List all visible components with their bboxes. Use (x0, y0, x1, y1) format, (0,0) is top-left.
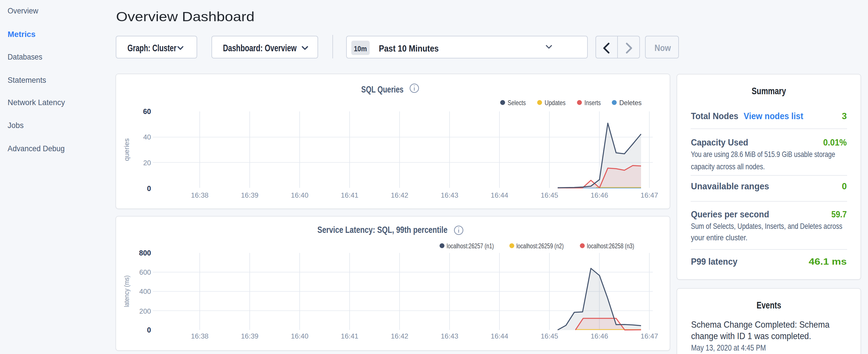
svg-text:40: 40 (143, 133, 151, 141)
svg-text:localhost:26257 (n1): localhost:26257 (n1) (446, 242, 494, 250)
svg-text:16:38: 16:38 (191, 191, 208, 199)
svg-text:change with ID 1 was completed: change with ID 1 was completed. (691, 331, 811, 341)
svg-text:16:46: 16:46 (591, 332, 608, 340)
svg-text:Deletes: Deletes (619, 99, 642, 106)
svg-text:16:38: 16:38 (191, 332, 208, 340)
svg-text:16:44: 16:44 (491, 332, 508, 340)
svg-text:capacity across all nodes.: capacity across all nodes. (691, 162, 765, 171)
svg-text:59.7: 59.7 (831, 210, 847, 219)
svg-text:Unavailable ranges: Unavailable ranges (691, 181, 769, 191)
svg-text:Past 10 Minutes: Past 10 Minutes (379, 43, 439, 54)
svg-text:Dashboard: Overview: Dashboard: Overview (223, 43, 297, 53)
svg-text:localhost:26259 (n2): localhost:26259 (n2) (517, 242, 564, 250)
svg-text:localhost:26258 (n3): localhost:26258 (n3) (587, 242, 634, 250)
svg-text:Graph: Cluster: Graph: Cluster (127, 43, 177, 53)
svg-text:Sum of Selects, Updates, Inser: Sum of Selects, Updates, Inserts, and De… (691, 222, 842, 231)
svg-text:800: 800 (139, 249, 151, 257)
svg-text:Metrics: Metrics (8, 30, 36, 39)
svg-text:0: 0 (147, 185, 151, 192)
svg-text:0: 0 (842, 181, 847, 191)
svg-text:Queries per second: Queries per second (691, 209, 769, 219)
svg-text:16:39: 16:39 (241, 332, 258, 340)
svg-text:16:39: 16:39 (241, 191, 258, 199)
svg-text:Summary: Summary (752, 85, 786, 96)
svg-text:400: 400 (139, 288, 151, 295)
svg-text:16:40: 16:40 (291, 332, 308, 340)
svg-text:0.01%: 0.01% (823, 137, 847, 148)
svg-text:Databases: Databases (8, 53, 42, 61)
svg-text:0: 0 (147, 326, 151, 334)
svg-text:16:46: 16:46 (591, 191, 608, 199)
svg-text:16:45: 16:45 (541, 332, 558, 340)
svg-text:16:44: 16:44 (491, 191, 508, 199)
svg-text:Now: Now (654, 43, 671, 53)
svg-text:View nodes list: View nodes list (744, 111, 803, 121)
svg-text:10m: 10m (354, 45, 367, 53)
svg-text:16:41: 16:41 (341, 191, 358, 199)
svg-text:16:43: 16:43 (441, 332, 458, 340)
svg-text:46.1 ms: 46.1 ms (809, 257, 847, 267)
svg-text:16:43: 16:43 (441, 191, 458, 199)
svg-text:latency (ms): latency (ms) (123, 276, 130, 307)
svg-text:Schema Change Completed: Schem: Schema Change Completed: Schema (691, 320, 830, 330)
svg-text:16:47: 16:47 (641, 191, 658, 199)
svg-text:3: 3 (842, 111, 847, 121)
svg-text:your entire cluster.: your entire cluster. (691, 233, 748, 242)
svg-text:16:41: 16:41 (341, 332, 358, 340)
svg-text:16:42: 16:42 (391, 332, 408, 340)
svg-text:Total Nodes: Total Nodes (691, 111, 739, 121)
svg-text:Jobs: Jobs (8, 121, 24, 130)
svg-text:Selects: Selects (508, 99, 526, 106)
svg-text:You are using 28.6 MiB of 515.: You are using 28.6 MiB of 515.9 GiB usab… (691, 150, 835, 159)
svg-text:200: 200 (139, 307, 151, 315)
svg-text:SQL Queries: SQL Queries (361, 84, 404, 95)
svg-text:16:45: 16:45 (541, 191, 558, 199)
svg-text:May 13, 2020 at 4:45 PM: May 13, 2020 at 4:45 PM (691, 343, 766, 352)
svg-text:Statements: Statements (8, 75, 46, 85)
svg-text:Overview Dashboard: Overview Dashboard (116, 9, 254, 24)
svg-text:Events: Events (756, 299, 781, 311)
svg-text:Advanced Debug: Advanced Debug (8, 144, 65, 153)
svg-text:Overview: Overview (8, 6, 39, 15)
svg-text:Updates: Updates (545, 99, 566, 106)
svg-text:20: 20 (143, 159, 151, 167)
svg-text:P99 latency: P99 latency (691, 256, 738, 267)
svg-text:16:42: 16:42 (391, 191, 408, 199)
svg-text:16:47: 16:47 (641, 332, 658, 340)
svg-text:Inserts: Inserts (585, 99, 601, 106)
svg-text:queries: queries (123, 138, 130, 161)
svg-text:600: 600 (139, 268, 151, 276)
svg-text:Capacity Used: Capacity Used (691, 137, 748, 148)
svg-text:16:40: 16:40 (291, 191, 308, 199)
svg-text:Network Latency: Network Latency (8, 98, 65, 107)
svg-text:Service Latency: SQL, 99th per: Service Latency: SQL, 99th percentile (317, 225, 447, 235)
svg-text:60: 60 (143, 107, 151, 116)
